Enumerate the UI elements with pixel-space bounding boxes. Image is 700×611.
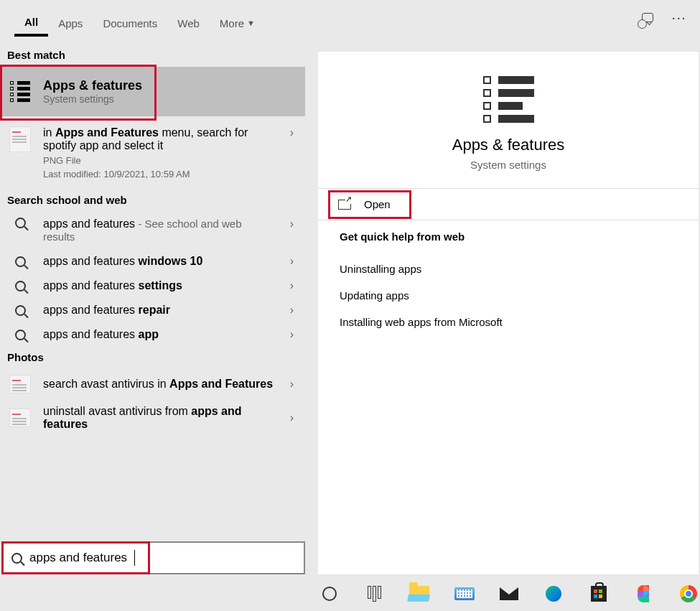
photo-result[interactable]: search avast antivirus in Apps and Featu… bbox=[0, 369, 305, 399]
mail-icon[interactable] bbox=[498, 582, 521, 606]
on-screen-keyboard-icon[interactable] bbox=[452, 582, 475, 606]
open-external-icon bbox=[338, 200, 351, 210]
web-suggestion[interactable]: apps and features settings › bbox=[0, 274, 305, 298]
figma-icon[interactable] bbox=[632, 582, 655, 606]
chevron-right-icon[interactable]: › bbox=[286, 255, 298, 268]
quick-help-link[interactable]: Installing web apps from Microsoft bbox=[340, 309, 677, 335]
cortana-icon[interactable] bbox=[318, 582, 341, 606]
best-match-title: Apps & features bbox=[43, 78, 298, 93]
chevron-right-icon[interactable]: › bbox=[286, 328, 298, 341]
search-icon bbox=[7, 330, 33, 340]
photo-result[interactable]: uninstall avast antivirus from apps and … bbox=[0, 399, 305, 437]
best-match-subtitle: System settings bbox=[43, 93, 298, 105]
section-best-match: Best match bbox=[0, 45, 305, 67]
tab-documents[interactable]: Documents bbox=[93, 10, 167, 35]
file-result[interactable]: in Apps and Features menu, search for sp… bbox=[0, 116, 305, 190]
search-icon bbox=[7, 218, 33, 228]
settings-list-icon bbox=[483, 76, 534, 123]
edge-icon[interactable] bbox=[542, 582, 565, 606]
quick-help-link[interactable]: Updating apps bbox=[340, 282, 677, 309]
microsoft-store-icon[interactable] bbox=[587, 582, 610, 606]
png-thumbnail-icon bbox=[7, 409, 33, 427]
png-thumbnail-icon bbox=[7, 126, 33, 152]
chevron-right-icon[interactable]: › bbox=[286, 304, 298, 317]
open-label: Open bbox=[364, 198, 391, 210]
taskbar bbox=[305, 577, 700, 611]
file-result-type: PNG File bbox=[43, 155, 276, 166]
settings-list-icon bbox=[7, 81, 33, 102]
quick-help-heading: Get quick help from web bbox=[340, 230, 677, 243]
open-button[interactable]: Open bbox=[318, 189, 699, 220]
tab-more[interactable]: More ▼ bbox=[210, 10, 265, 35]
web-suggestion[interactable]: apps and features app › bbox=[0, 322, 305, 347]
tab-more-label: More bbox=[220, 17, 244, 29]
chrome-icon[interactable] bbox=[677, 582, 700, 606]
web-suggestion[interactable]: apps and features windows 10 › bbox=[0, 249, 305, 274]
chevron-down-icon: ▼ bbox=[247, 19, 255, 27]
feedback-icon[interactable] bbox=[638, 13, 653, 29]
chevron-right-icon[interactable]: › bbox=[286, 378, 298, 391]
preview-title: Apps & features bbox=[452, 136, 565, 154]
preview-pane: Apps & features System settings Open Get… bbox=[318, 52, 699, 574]
search-icon bbox=[7, 256, 33, 267]
best-match-result[interactable]: Apps & features System settings bbox=[0, 67, 305, 116]
web-suggestion[interactable]: apps and features repair › bbox=[0, 298, 305, 322]
chevron-right-icon[interactable]: › bbox=[286, 126, 298, 139]
section-school-web: Search school and web bbox=[0, 190, 305, 212]
search-icon bbox=[7, 305, 33, 316]
web-suggestion-query: apps and features bbox=[43, 218, 135, 230]
web-suggestion-main[interactable]: apps and features - See school and web r… bbox=[0, 212, 305, 249]
png-thumbnail-icon bbox=[7, 375, 33, 393]
tab-apps[interactable]: Apps bbox=[48, 10, 93, 35]
task-view-icon[interactable] bbox=[363, 582, 386, 606]
results-pane: Best match Apps & features System settin… bbox=[0, 45, 305, 576]
search-box[interactable]: apps and features bbox=[1, 541, 305, 574]
file-result-title: in Apps and Features menu, search for sp… bbox=[43, 126, 276, 152]
section-photos: Photos bbox=[0, 347, 305, 369]
file-result-modified: Last modified: 10/9/2021, 10:59 AM bbox=[43, 169, 276, 179]
chevron-right-icon[interactable]: › bbox=[286, 411, 298, 424]
search-filter-tabs: All Apps Documents Web More ▼ ··· bbox=[0, 0, 700, 45]
tab-web[interactable]: Web bbox=[167, 10, 210, 35]
tab-all[interactable]: All bbox=[14, 9, 48, 37]
search-icon bbox=[7, 281, 33, 291]
more-options-icon[interactable]: ··· bbox=[672, 13, 687, 29]
quick-help-link[interactable]: Uninstalling apps bbox=[340, 256, 677, 282]
file-explorer-icon[interactable] bbox=[408, 582, 431, 606]
preview-subtitle: System settings bbox=[470, 159, 546, 171]
chevron-right-icon[interactable]: › bbox=[286, 279, 298, 292]
chevron-right-icon[interactable]: › bbox=[286, 218, 298, 230]
